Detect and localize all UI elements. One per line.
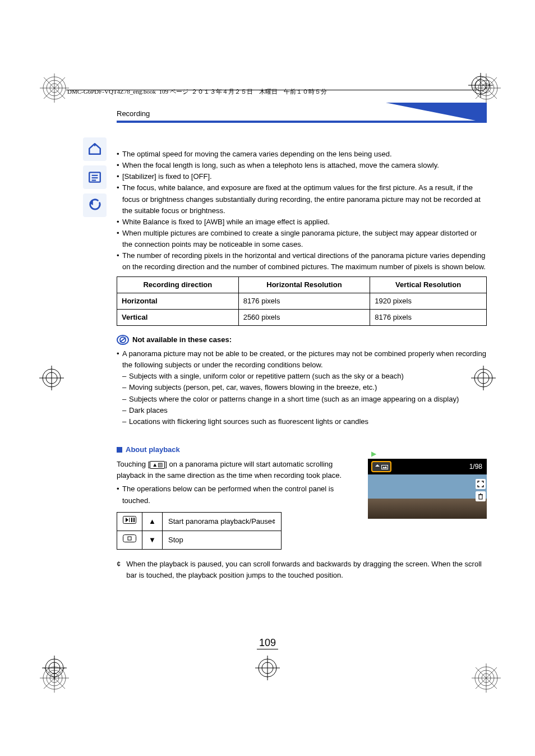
svg-rect-58	[133, 518, 135, 522]
svg-rect-60	[128, 537, 131, 540]
table-row: ▲ Start panorama playback/Pause¢	[117, 512, 282, 531]
not-available-heading: Not available in these cases:	[117, 334, 487, 346]
framemaker-header: DMC-G6PDF-VQT4Z78_eng.book 109 ページ ２０１３年…	[67, 87, 327, 96]
registration-mark	[39, 366, 64, 390]
registration-mark	[42, 656, 67, 680]
svg-rect-62	[479, 495, 482, 499]
svg-rect-61	[382, 465, 388, 469]
print-ornament-br	[470, 662, 502, 694]
footnote: ¢ When the playback is paused, you can s…	[117, 559, 487, 581]
registration-mark	[468, 73, 493, 98]
playback-control-table: ▲ Start panorama playback/Pause¢ ▼ Stop	[117, 512, 282, 550]
play-pause-icon	[117, 512, 142, 531]
table-row: Vertical 2560 pixels 8176 pixels	[117, 309, 487, 325]
table-row: Horizontal 8176 pixels 1920 pixels	[117, 293, 487, 309]
stop-icon	[117, 531, 142, 549]
print-ornament-tl	[38, 72, 71, 104]
prohibit-icon	[117, 334, 129, 346]
resolution-table: Recording direction Horizontal Resolutio…	[117, 276, 487, 326]
back-icon[interactable]	[83, 193, 107, 217]
section-label: Recording	[117, 109, 150, 118]
home-icon[interactable]	[83, 137, 107, 161]
image-counter: 1/98	[469, 462, 482, 472]
panorama-play-badge[interactable]	[371, 461, 391, 472]
expand-icon[interactable]	[476, 479, 486, 489]
section-header: Recording	[117, 109, 487, 124]
svg-rect-59	[123, 534, 136, 542]
thumb-play-glyph-inline: ▲▧	[150, 461, 165, 469]
about-playback-heading: About playback	[117, 444, 487, 455]
table-row: ▼ Stop	[117, 531, 282, 549]
sidebar	[83, 137, 108, 217]
play-indicator-icon: ▶	[371, 449, 376, 459]
index-icon[interactable]	[83, 165, 107, 189]
delete-icon[interactable]	[476, 491, 486, 501]
svg-rect-57	[131, 518, 132, 522]
framemaker-rule	[66, 90, 479, 90]
playback-thumbnail: ▶ 1/98	[368, 459, 487, 519]
registration-mark	[255, 656, 280, 680]
body-text: •The optimal speed for moving the camera…	[117, 149, 487, 581]
page-number: 109	[257, 637, 278, 649]
